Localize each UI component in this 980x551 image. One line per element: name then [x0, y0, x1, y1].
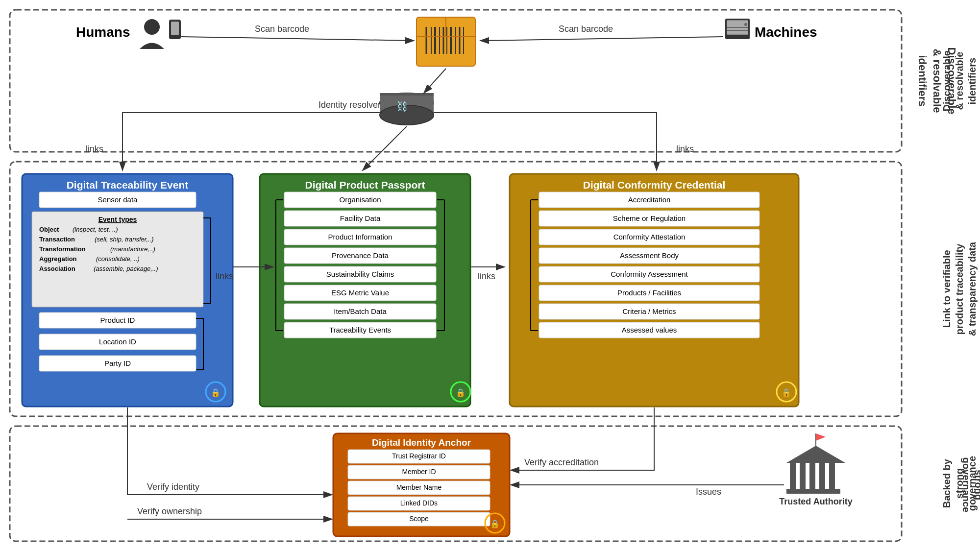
svg-text:Organisation: Organisation: [339, 195, 381, 204]
svg-text:🔒: 🔒: [211, 388, 220, 397]
svg-text:Products / Facilities: Products / Facilities: [617, 288, 681, 297]
svg-text:Scope: Scope: [409, 515, 429, 523]
svg-text:Assessed values: Assessed values: [622, 326, 677, 334]
svg-rect-48: [32, 212, 203, 307]
svg-text:Conformity Attestation: Conformity Attestation: [613, 233, 686, 241]
svg-rect-46: [39, 192, 196, 208]
svg-rect-1: [10, 162, 902, 416]
svg-text:Item/Batch Data: Item/Batch Data: [334, 307, 387, 315]
svg-point-35: [380, 93, 434, 113]
svg-text:links: links: [86, 144, 103, 154]
svg-rect-120: [539, 322, 760, 338]
svg-rect-26: [727, 20, 748, 35]
svg-rect-2: [10, 426, 902, 541]
svg-text:Issues: Issues: [696, 487, 721, 497]
svg-rect-112: [539, 248, 760, 264]
svg-rect-135: [348, 497, 490, 510]
svg-point-23: [174, 36, 176, 38]
svg-text:(sell, ship, transfer,..): (sell, ship, transfer,..): [95, 236, 154, 243]
svg-rect-25: [725, 19, 750, 39]
svg-text:ESG Metric Value: ESG Metric Value: [331, 288, 389, 297]
svg-rect-137: [348, 512, 490, 526]
svg-text:Party ID: Party ID: [104, 359, 131, 367]
svg-text:Facility Data: Facility Data: [340, 214, 381, 222]
svg-text:links: links: [676, 144, 694, 154]
svg-text:Verify accreditation: Verify accreditation: [524, 457, 599, 467]
svg-rect-144: [800, 463, 806, 490]
svg-rect-36: [380, 93, 434, 118]
svg-rect-80: [284, 229, 436, 245]
svg-text:Machines: Machines: [755, 24, 817, 40]
svg-point-30: [744, 23, 747, 26]
svg-text:Digital Traceability Event: Digital Traceability Event: [67, 179, 189, 191]
svg-rect-129: [348, 450, 490, 463]
svg-text:Identity resolver: Identity resolver: [318, 100, 381, 110]
svg-text:Event types: Event types: [98, 216, 137, 223]
svg-text:(consolidate, ..): (consolidate, ..): [96, 255, 140, 263]
svg-text:identifiers: identifiers: [916, 55, 929, 106]
svg-text:(manufacture,..): (manufacture,..): [110, 245, 155, 253]
svg-point-38: [380, 105, 434, 125]
svg-text:Traceability Events: Traceability Events: [329, 326, 391, 334]
svg-rect-74: [260, 174, 470, 407]
svg-text:🔒: 🔒: [782, 388, 791, 397]
svg-text:Transformation: Transformation: [39, 245, 86, 253]
svg-rect-0: [10, 10, 902, 152]
svg-text:links: links: [216, 271, 233, 281]
svg-rect-146: [819, 463, 825, 490]
svg-rect-131: [348, 465, 490, 479]
svg-text:Verify ownership: Verify ownership: [137, 506, 202, 516]
svg-text:Association: Association: [39, 265, 75, 272]
svg-text:Product ID: Product ID: [100, 316, 135, 324]
svg-rect-86: [284, 285, 436, 301]
svg-text:Transaction: Transaction: [39, 236, 75, 243]
svg-text:Scan barcode: Scan barcode: [559, 24, 613, 34]
svg-point-72: [206, 382, 225, 402]
svg-text:⛓: ⛓: [397, 100, 408, 113]
svg-marker-142: [786, 446, 845, 463]
svg-text:Digital Product Passport: Digital Product Passport: [305, 179, 425, 191]
svg-rect-63: [39, 312, 196, 328]
svg-text:Humans: Humans: [76, 24, 130, 40]
svg-rect-143: [790, 463, 796, 490]
svg-line-31: [181, 37, 414, 41]
svg-text:Scheme or Regulation: Scheme or Regulation: [613, 214, 686, 222]
svg-text:Verify identity: Verify identity: [147, 482, 199, 492]
svg-text:Aggregation: Aggregation: [39, 255, 77, 263]
svg-text:Product Information: Product Information: [328, 233, 392, 241]
svg-rect-141: [784, 451, 848, 500]
svg-text:🔒: 🔒: [490, 519, 500, 528]
svg-rect-44: [22, 174, 233, 407]
svg-text:Member ID: Member ID: [402, 468, 436, 476]
svg-text:Accreditation: Accreditation: [628, 195, 671, 204]
svg-point-20: [144, 19, 160, 35]
svg-marker-150: [816, 433, 826, 441]
svg-point-125: [777, 382, 796, 402]
svg-rect-148: [786, 489, 840, 494]
svg-rect-116: [539, 285, 760, 301]
svg-rect-104: [510, 174, 799, 407]
middle-section-label: Link to verifiable product traceability …: [940, 242, 979, 336]
svg-rect-145: [809, 463, 815, 490]
svg-text:(inspect, test, ..): (inspect, test, ..): [73, 226, 118, 233]
svg-rect-114: [539, 266, 760, 282]
svg-text:Assessment Body: Assessment Body: [620, 251, 679, 260]
top-section-label: Discoverable & resolvable identifiers: [940, 50, 979, 112]
svg-rect-88: [284, 304, 436, 319]
svg-rect-70: [39, 356, 196, 371]
svg-text:Digital Conformity Credential: Digital Conformity Credential: [583, 179, 726, 191]
svg-rect-106: [539, 192, 760, 208]
svg-text:Trust Registrar ID: Trust Registrar ID: [392, 452, 446, 460]
svg-text:🔒: 🔒: [456, 388, 466, 397]
svg-rect-118: [539, 304, 760, 319]
svg-rect-147: [829, 463, 835, 490]
svg-text:(assemble, package,..): (assemble, package,..): [94, 265, 158, 272]
svg-rect-68: [39, 334, 196, 350]
svg-text:Digital Identity Anchor: Digital Identity Anchor: [372, 437, 471, 448]
svg-rect-6: [416, 17, 475, 66]
bottom-section-label: Backed by strong governance: [940, 456, 979, 511]
svg-rect-76: [284, 192, 436, 208]
svg-text:Location ID: Location ID: [99, 337, 136, 346]
svg-line-40: [424, 69, 446, 93]
svg-rect-37: [380, 96, 434, 115]
